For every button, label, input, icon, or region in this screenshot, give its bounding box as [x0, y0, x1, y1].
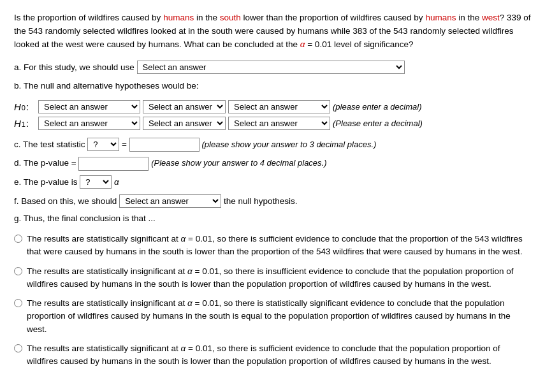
part-f-label: f. Based on this, we should	[14, 196, 117, 206]
part-e-label: e. The p-value is	[14, 177, 78, 187]
radio-item-4: The results are statistically significan…	[14, 342, 531, 368]
h1-select3[interactable]: Select an answer p1p2μ1μ2	[228, 117, 330, 130]
h1-row: H1: Select an answer p1p2μ1μ2 Select an …	[14, 117, 531, 130]
part-c-label: c. The test statistic	[14, 140, 85, 149]
part-b: b. The null and alternative hypotheses w…	[14, 79, 531, 94]
h1-select1[interactable]: Select an answer p1p2μ1μ2	[38, 117, 140, 130]
radio-r1-label: The results are statistically significan…	[27, 233, 531, 259]
part-g-label: g. Thus, the final conclusion is that ..…	[14, 212, 531, 226]
parts-section: c. The test statistic ? > < = = (please …	[14, 136, 531, 368]
part-f-end: the null hypothesis.	[224, 196, 298, 206]
test-stat-select[interactable]: ? > < =	[87, 138, 119, 151]
radio-r1[interactable]	[14, 235, 22, 243]
h0-select1[interactable]: Select an answer p1p2μ1μ2	[38, 100, 140, 113]
part-g-text: g. Thus, the final conclusion is that ..…	[14, 214, 156, 223]
null-hyp-action-select[interactable]: Select an answer Reject Fail to Reject A…	[119, 194, 221, 208]
h0-hint: (please enter a decimal)	[333, 102, 421, 112]
radio-r3-label: The results are statistically insignific…	[27, 297, 531, 336]
part-a-label: a. For this study, we should use	[14, 62, 134, 72]
part-f: f. Based on this, we should Select an an…	[14, 193, 531, 210]
h1-hint: (Please enter a decimal)	[333, 119, 423, 128]
hypothesis-section: H0: Select an answer p1p2μ1μ2 Select an …	[14, 100, 531, 130]
test-statistic-input[interactable]	[129, 138, 200, 152]
radio-r2-label: The results are statistically insignific…	[27, 265, 531, 291]
part-d: d. The p-value = (Please show your answe…	[14, 155, 531, 171]
p-value-comparison-select[interactable]: ? > < =	[80, 175, 112, 189]
study-type-select[interactable]: Select an answer a one-proportion z-test…	[137, 61, 405, 74]
question-text: Is the proportion of wildfires caused by…	[14, 11, 531, 52]
radio-item-2: The results are statistically insignific…	[14, 265, 531, 291]
radio-r2[interactable]	[14, 267, 22, 275]
radio-item-1: The results are statistically significan…	[14, 233, 531, 259]
radio-r4[interactable]	[14, 344, 22, 352]
h0-label: H0:	[14, 101, 36, 112]
part-e: e. The p-value is ? > < = α	[14, 174, 531, 191]
part-a: a. For this study, we should use Select …	[14, 61, 531, 75]
radio-r4-label: The results are statistically significan…	[27, 342, 531, 368]
radio-r3[interactable]	[14, 299, 22, 307]
p-value-input[interactable]	[78, 157, 149, 171]
h1-select2[interactable]: Select an answer =<>≠≤≥	[143, 117, 226, 130]
part-c: c. The test statistic ? > < = = (please …	[14, 136, 531, 153]
radio-item-3: The results are statistically insignific…	[14, 297, 531, 336]
part-c-hint: (please show your answer to 3 decimal pl…	[201, 140, 376, 149]
part-b-label: b. The null and alternative hypotheses w…	[14, 81, 198, 91]
part-d-label: d. The p-value =	[14, 158, 76, 168]
h0-select2[interactable]: Select an answer =<>≠≤≥	[143, 100, 226, 113]
h0-row: H0: Select an answer p1p2μ1μ2 Select an …	[14, 100, 531, 113]
h0-select3[interactable]: Select an answer p1p2μ1μ2	[228, 100, 330, 113]
part-d-hint: (Please show your answer to 4 decimal pl…	[151, 158, 326, 168]
h1-label: H1:	[14, 118, 36, 129]
alpha-symbol: α	[114, 177, 119, 187]
radio-group: The results are statistically significan…	[14, 233, 531, 368]
